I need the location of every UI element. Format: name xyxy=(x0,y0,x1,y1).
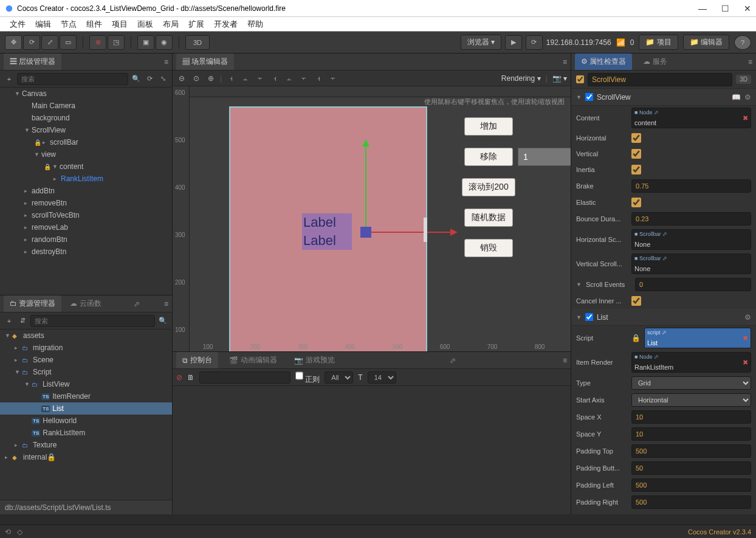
assets-popout[interactable]: ⬀ xyxy=(134,300,140,308)
anchor-tool-button[interactable]: ⊕ xyxy=(89,35,106,50)
asset-itemrender[interactable]: TSItemRender xyxy=(0,390,172,402)
service-tab[interactable]: ☁ 服务 xyxy=(637,53,673,70)
node-removelab[interactable]: ▸removeLab xyxy=(0,221,172,233)
zoom-out-button[interactable]: ⊖ xyxy=(176,74,187,83)
asset-list[interactable]: TSList xyxy=(0,402,172,415)
console-clear-button[interactable]: ⊘ xyxy=(176,373,182,382)
menu-edit[interactable]: 编辑 xyxy=(30,19,56,30)
item-render-ref[interactable]: ■ Node ⬀RankListItem✖ xyxy=(631,352,751,373)
mode-3d-button[interactable]: 3D xyxy=(185,35,210,50)
asset-assets[interactable]: ▼◆assets xyxy=(0,329,172,342)
asset-scene[interactable]: ▸🗀Scene xyxy=(0,354,172,366)
node-randombtn[interactable]: ▸randomBtn xyxy=(0,233,172,246)
menu-component[interactable]: 组件 xyxy=(81,19,107,30)
inertia-checkbox[interactable] xyxy=(631,165,641,174)
list-gear-icon[interactable]: ⚙ xyxy=(744,313,751,322)
menu-panel[interactable]: 面板 xyxy=(132,19,158,30)
scrollview-component-header[interactable]: ▼ ScrollView 📖 ⚙ xyxy=(571,89,756,106)
scene-canvas[interactable]: 600 500 400 300 200 100 使用鼠标右键平移视窗焦点，使用滚… xyxy=(173,86,571,351)
brake-input[interactable] xyxy=(631,179,751,193)
inspector-tab[interactable]: ⚙ 属性检查器 xyxy=(575,53,632,70)
align-tool-1[interactable]: ▣ xyxy=(137,35,154,50)
hierarchy-tab[interactable]: ☰ 层级管理器 xyxy=(4,53,61,70)
help-button[interactable]: ? xyxy=(734,35,751,50)
scene-scroll-button[interactable]: 滚动到200 xyxy=(462,178,515,196)
console-file-button[interactable]: 🗎 xyxy=(187,373,194,382)
vertical-checkbox[interactable] xyxy=(631,149,641,159)
refresh-icon[interactable]: ⟳ xyxy=(144,75,155,83)
gear-icon[interactable]: ⚙ xyxy=(744,93,751,102)
node-main-camera[interactable]: Main Camera xyxy=(0,100,172,112)
zoom-reset-button[interactable]: ⊙ xyxy=(191,74,202,83)
camera-icon[interactable]: 📷 ▾ xyxy=(552,74,567,83)
horizontal-checkbox[interactable] xyxy=(631,133,641,143)
footer-node-icon[interactable]: ◇ xyxy=(17,528,22,536)
maximize-button[interactable]: ☐ xyxy=(721,4,729,13)
scrollview-enabled-checkbox[interactable] xyxy=(585,93,593,101)
rotate-tool-button[interactable]: ⟳ xyxy=(23,35,40,50)
asset-helloworld[interactable]: TSHelloworld xyxy=(0,415,172,427)
editor-button[interactable]: 📁 编辑器 xyxy=(683,35,729,50)
menu-project[interactable]: 项目 xyxy=(107,19,132,30)
hierarchy-search-input[interactable] xyxy=(17,73,128,85)
inspector-menu[interactable]: ≡ xyxy=(748,58,752,66)
node-canvas[interactable]: ▼Canvas xyxy=(0,88,172,100)
list-component-header[interactable]: ▼ List ⚙ xyxy=(571,309,756,326)
console-tab[interactable]: ⧉ 控制台 xyxy=(176,352,218,368)
console-popout[interactable]: ⬀ xyxy=(450,356,456,365)
assets-add-button[interactable]: + xyxy=(4,317,15,325)
footer-sync-icon[interactable]: ⟲ xyxy=(5,528,11,536)
play-button[interactable]: ▶ xyxy=(505,35,522,50)
scene-add-button[interactable]: 增加 xyxy=(464,117,513,136)
scrollview-preview[interactable]: Label Label xyxy=(229,106,427,351)
reload-button[interactable]: ⟳ xyxy=(526,35,543,50)
assets-search-input[interactable] xyxy=(30,315,155,327)
anim-editor-tab[interactable]: 🎬 动画编辑器 xyxy=(223,352,283,368)
scene-random-button[interactable]: 随机数据 xyxy=(464,209,513,227)
bounce-input[interactable] xyxy=(631,212,751,226)
scroll-events-input[interactable] xyxy=(635,278,751,291)
padding-right-input[interactable] xyxy=(631,495,751,509)
scene-menu[interactable]: ≡ xyxy=(563,58,567,66)
node-removebtn[interactable]: ▸removeBtn xyxy=(0,197,172,209)
align-center-v-icon[interactable]: ⫠ xyxy=(284,74,295,83)
menu-node[interactable]: 节点 xyxy=(56,19,81,30)
collapse-icon[interactable]: ⤡ xyxy=(157,75,168,83)
node-ranklistitem[interactable]: ▸RankListItem xyxy=(0,173,172,185)
console-menu[interactable]: ≡ xyxy=(563,356,567,365)
cloud-tab[interactable]: ☁ 云函数 xyxy=(64,295,107,312)
assets-menu[interactable]: ≡ xyxy=(164,300,168,308)
node-background[interactable]: background xyxy=(0,112,172,124)
align-top-icon[interactable]: ⫞ xyxy=(269,74,280,83)
menu-developer[interactable]: 开发者 xyxy=(209,19,242,30)
minimize-button[interactable]: — xyxy=(698,4,707,13)
cancel-inner-checkbox[interactable] xyxy=(631,296,641,306)
padding-bottom-input[interactable] xyxy=(631,461,751,475)
menu-help[interactable]: 帮助 xyxy=(242,19,268,30)
assets-search-icon[interactable]: 🔍 xyxy=(157,317,168,325)
node-content[interactable]: 🔒▼content xyxy=(0,160,172,173)
dist-h-icon[interactable]: ⫞ xyxy=(313,74,324,83)
list-enabled-checkbox[interactable] xyxy=(585,313,593,321)
scene-remove-input[interactable] xyxy=(518,148,571,166)
hierarchy-add-button[interactable]: + xyxy=(4,75,15,83)
asset-migration[interactable]: ▸🗀migration xyxy=(0,342,172,354)
node-active-checkbox[interactable] xyxy=(576,75,584,83)
local-tool-button[interactable]: ◳ xyxy=(108,35,125,50)
assets-sort-button[interactable]: ⇵ xyxy=(17,317,28,325)
start-axis-select[interactable]: Horizontal xyxy=(631,393,751,407)
padding-top-input[interactable] xyxy=(631,444,751,458)
align-center-h-icon[interactable]: ⫠ xyxy=(240,74,251,83)
rendering-dropdown[interactable]: Rendering ▾ xyxy=(501,74,541,83)
node-scrollview[interactable]: ▼ScrollView xyxy=(0,124,172,136)
console-regex-checkbox[interactable]: 正则 xyxy=(295,370,320,385)
ranklistitem-preview[interactable]: Label Label xyxy=(302,213,352,250)
book-icon[interactable]: 📖 xyxy=(732,93,741,102)
menu-extension[interactable]: 扩展 xyxy=(184,19,209,30)
align-tool-2[interactable]: ◉ xyxy=(156,35,173,50)
node-destroybtn[interactable]: ▸destroyBtn xyxy=(0,246,172,258)
project-button[interactable]: 📁 项目 xyxy=(639,35,678,50)
move-tool-button[interactable]: ✥ xyxy=(5,35,22,50)
align-bottom-icon[interactable]: ⫟ xyxy=(298,74,309,83)
console-level-select[interactable]: All xyxy=(325,371,353,384)
